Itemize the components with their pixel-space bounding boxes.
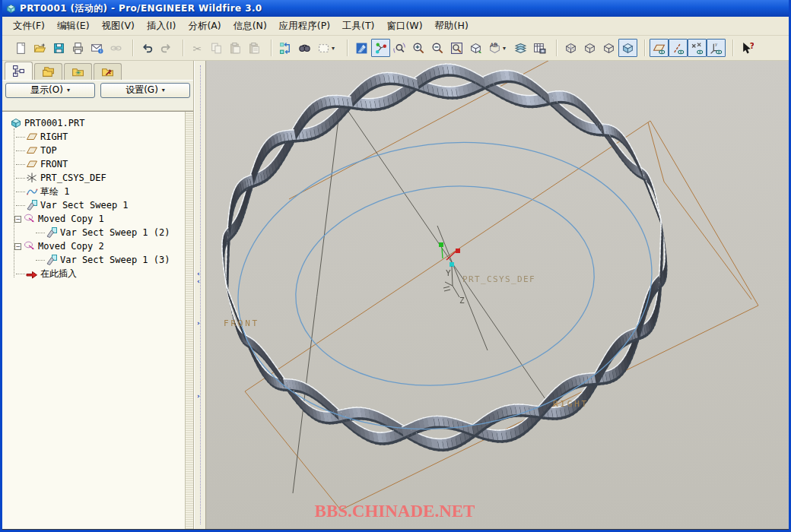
show-dropdown-button[interactable]: 显示(O) ▾ <box>5 83 95 98</box>
menu-tools[interactable]: 工具(T) <box>336 17 380 35</box>
collapse-left-icon[interactable]: ‹ <box>197 271 200 277</box>
tree-header <box>2 100 193 111</box>
tree-item-top[interactable]: TOP <box>5 144 185 157</box>
expand-right-icon[interactable]: › <box>197 320 200 326</box>
tree-branch-line <box>16 178 25 179</box>
tree-branch-line <box>16 205 25 206</box>
wireframe-button[interactable] <box>561 39 580 57</box>
cut-button[interactable]: ✂ <box>188 39 207 57</box>
tree-item-1[interactable]: 草绘 1 <box>5 185 185 198</box>
copy-button[interactable] <box>207 39 226 57</box>
collapse-left-icon[interactable]: ‹ <box>197 278 200 284</box>
collapse-toggle[interactable]: − <box>14 243 21 250</box>
panel-splitter[interactable]: ‹ ‹ › › <box>194 61 206 529</box>
context-help-button[interactable]: ? <box>738 39 757 57</box>
tree-item-var-sect-sweep-1-2[interactable]: Var Sect Sweep 1 (2) <box>5 226 185 239</box>
print-button[interactable] <box>68 39 87 57</box>
collapse-toggle[interactable]: − <box>14 216 21 223</box>
menu-analysis[interactable]: 分析(A) <box>182 17 227 35</box>
tree-item-label: 在此插入 <box>40 268 77 280</box>
app-icon <box>5 3 17 14</box>
datum-point-display-button[interactable] <box>688 39 707 57</box>
open-button[interactable] <box>30 39 49 57</box>
tree-item-moved-copy-1[interactable]: −Moved Copy 1 <box>5 212 185 226</box>
tree-item-label: FRONT <box>40 159 68 169</box>
hidden-line-button[interactable] <box>580 39 599 57</box>
spin-center-button[interactable] <box>371 39 390 57</box>
svg-text:?: ? <box>750 42 754 51</box>
tree-item-moved-copy-2[interactable]: −Moved Copy 2 <box>5 239 185 253</box>
tree-branch-line <box>16 137 25 138</box>
paste-special-button[interactable] <box>245 39 264 57</box>
tree-item-right[interactable]: RIGHT <box>5 130 185 144</box>
menu-view[interactable]: 视图(V) <box>96 17 141 35</box>
toolbar-separator <box>183 40 184 56</box>
svg-text:✂: ✂ <box>193 42 202 54</box>
tree-item-label: PRT_CSYS_DEF <box>40 173 106 183</box>
tree-item-prt0001-prt[interactable]: PRT0001.PRT <box>5 116 185 130</box>
regenerate-button[interactable] <box>276 39 295 57</box>
graphics-area[interactable] <box>206 61 789 529</box>
toolbar-separator <box>271 40 272 56</box>
tab-folder-browser[interactable] <box>34 63 62 80</box>
tree-item-item-11[interactable]: 在此插入 <box>5 267 185 280</box>
tree-item-var-sect-sweep-1-3[interactable]: Var Sect Sweep 1 (3) <box>5 253 185 267</box>
no-hidden-button[interactable] <box>599 39 618 57</box>
saved-views-button[interactable]: AB▾ <box>485 39 511 57</box>
tab-favorites[interactable]: ✳ <box>64 63 92 80</box>
view-reorient-button[interactable] <box>466 39 485 57</box>
menu-file[interactable]: 文件(F) <box>7 17 51 35</box>
layers-button[interactable] <box>511 39 530 57</box>
save-button[interactable] <box>49 39 68 57</box>
tab-connections[interactable] <box>94 63 122 80</box>
toolbar-separator <box>347 40 348 56</box>
toolbar-separator <box>556 40 558 56</box>
sweepic-icon <box>46 254 58 266</box>
orient-mode-button[interactable] <box>390 39 409 57</box>
email-button[interactable]: i <box>87 39 106 57</box>
paste-button[interactable] <box>226 39 245 57</box>
3d-model-canvas[interactable] <box>206 61 789 529</box>
datum-plane-display-button[interactable] <box>650 39 669 57</box>
settings-dropdown-button[interactable]: 设置(G) ▾ <box>100 83 190 98</box>
tree-item-label: Moved Copy 2 <box>38 241 104 252</box>
chevron-down-icon: ▾ <box>162 87 165 93</box>
redo-button[interactable] <box>157 39 176 57</box>
hyperlink-button[interactable] <box>106 39 125 57</box>
sweepic-icon <box>26 199 38 211</box>
tree-item-front[interactable]: FRONT <box>5 157 185 171</box>
menu-applications[interactable]: 应用程序(P) <box>273 17 336 35</box>
tree-item-label: RIGHT <box>40 131 68 142</box>
datum-axis-display-button[interactable] <box>669 39 688 57</box>
tree-item-label: PRT0001.PRT <box>24 118 84 128</box>
menu-insert[interactable]: 插入(I) <box>141 17 182 35</box>
dplane-icon <box>26 131 38 143</box>
find-button[interactable] <box>295 39 314 57</box>
tab-model-tree[interactable] <box>5 62 33 80</box>
repaint-button[interactable] <box>352 39 371 57</box>
menu-edit[interactable]: 编辑(E) <box>51 17 96 35</box>
tree-scrollbar[interactable] <box>185 112 193 529</box>
title-bar[interactable]: PRT0001 (活动的) - Pro/ENGINEER Wildfire 3.… <box>2 0 789 17</box>
dplane-icon <box>26 144 38 157</box>
expand-right-icon[interactable]: › <box>197 393 200 399</box>
tree-item-var-sect-sweep-1[interactable]: Var Sect Sweep 1 <box>5 198 185 212</box>
chevron-down-icon: ▾ <box>332 45 335 52</box>
menu-info[interactable]: 信息(N) <box>227 17 273 35</box>
menu-help[interactable]: 帮助(H) <box>429 17 475 35</box>
new-button[interactable] <box>11 39 30 57</box>
select-box-button[interactable]: ▾ <box>314 39 340 57</box>
view-manager-button[interactable] <box>530 39 549 57</box>
menu-window[interactable]: 窗口(W) <box>380 17 428 35</box>
tree-item-prt-csys-def[interactable]: PRT_CSYS_DEF <box>5 171 185 185</box>
tree-item-label: Var Sect Sweep 1 (2) <box>60 227 170 238</box>
undo-button[interactable] <box>138 39 157 57</box>
shaded-button[interactable] <box>618 39 637 57</box>
zoom-in-button[interactable] <box>409 39 428 57</box>
zoom-out-button[interactable] <box>428 39 447 57</box>
tree-branch-line <box>36 260 45 261</box>
mcopyic-icon <box>24 240 36 252</box>
svg-text:y: y <box>715 42 717 47</box>
refit-button[interactable] <box>447 39 466 57</box>
datum-csys-display-button[interactable]: y <box>707 39 726 57</box>
